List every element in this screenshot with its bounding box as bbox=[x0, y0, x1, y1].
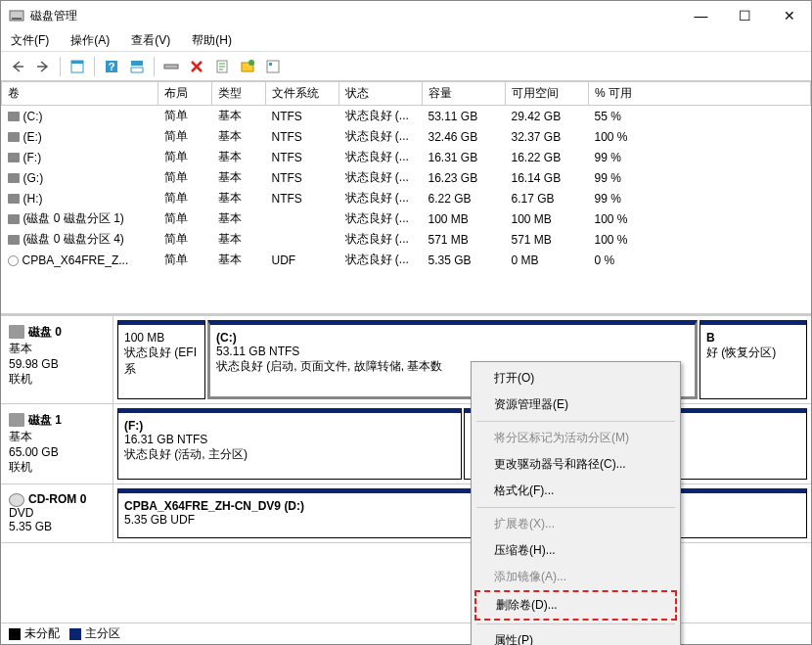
table-row[interactable]: (G:)简单基本NTFS状态良好 (...16.23 GB16.14 GB99 … bbox=[2, 167, 811, 188]
col-percent[interactable]: % 可用 bbox=[589, 82, 811, 106]
svg-rect-12 bbox=[267, 61, 279, 72]
menubar: 文件(F) 操作(A) 查看(V) 帮助(H) bbox=[1, 30, 811, 52]
forward-button[interactable] bbox=[32, 56, 54, 77]
disk-row[interactable]: 磁盘 1 基本 65.00 GB 联机 (F:) 16.31 GB NTFS 状… bbox=[1, 404, 811, 484]
col-fs[interactable]: 文件系统 bbox=[266, 82, 339, 106]
ctx-mark-active: 将分区标记为活动分区(M) bbox=[474, 425, 677, 451]
settings-button[interactable] bbox=[262, 56, 284, 77]
ctx-extend: 扩展卷(X)... bbox=[474, 511, 677, 537]
disk-icon bbox=[9, 413, 24, 427]
menu-action[interactable]: 操作(A) bbox=[67, 30, 113, 51]
ctx-delete-volume[interactable]: 删除卷(D)... bbox=[474, 590, 677, 621]
help-button[interactable]: ? bbox=[101, 56, 122, 77]
col-free[interactable]: 可用空间 bbox=[506, 82, 589, 106]
col-capacity[interactable]: 容量 bbox=[423, 82, 506, 106]
close-button[interactable]: ✕ bbox=[767, 1, 811, 30]
partition[interactable]: 100 MB 状态良好 (EFI 系 bbox=[117, 320, 205, 399]
partition[interactable]: CPBA_X64FRE_ZH-CN_DV9 (D:) 5.35 GB UDF bbox=[117, 488, 807, 538]
toolbar: ? bbox=[1, 52, 811, 81]
table-row[interactable]: (E:)简单基本NTFS状态良好 (...32.46 GB32.37 GB100… bbox=[2, 126, 811, 147]
properties-button[interactable] bbox=[211, 56, 233, 77]
table-row[interactable]: (C:)简单基本NTFS状态良好 (...53.11 GB29.42 GB55 … bbox=[2, 106, 811, 127]
svg-rect-3 bbox=[71, 61, 83, 64]
titlebar: 磁盘管理 — ☐ ✕ bbox=[1, 1, 811, 30]
cdrom-icon bbox=[9, 493, 24, 507]
table-row[interactable]: (F:)简单基本NTFS状态良好 (...16.31 GB16.22 GB99 … bbox=[2, 147, 811, 167]
ctx-shrink[interactable]: 压缩卷(H)... bbox=[474, 537, 677, 564]
maximize-button[interactable]: ☐ bbox=[723, 1, 767, 30]
col-type[interactable]: 类型 bbox=[212, 82, 266, 106]
partition[interactable]: (F:) 16.31 GB NTFS 状态良好 (活动, 主分区) bbox=[117, 408, 462, 480]
window-title: 磁盘管理 bbox=[30, 8, 679, 24]
partition[interactable]: B 好 (恢复分区) bbox=[699, 320, 807, 399]
app-icon bbox=[9, 8, 24, 23]
context-menu: 打开(O) 资源管理器(E) 将分区标记为活动分区(M) 更改驱动器号和路径(C… bbox=[471, 361, 681, 645]
svg-rect-13 bbox=[269, 63, 272, 66]
delete-button[interactable] bbox=[186, 56, 207, 77]
ctx-mirror: 添加镜像(A)... bbox=[474, 564, 677, 590]
minimize-button[interactable]: — bbox=[679, 1, 723, 30]
ctx-properties[interactable]: 属性(P) bbox=[474, 627, 677, 645]
table-row[interactable]: (磁盘 0 磁盘分区 1)简单基本状态良好 (...100 MB100 MB10… bbox=[2, 208, 811, 229]
ctx-open[interactable]: 打开(O) bbox=[474, 365, 677, 392]
svg-rect-1 bbox=[12, 18, 22, 20]
svg-text:?: ? bbox=[109, 61, 115, 72]
disk-row[interactable]: CD-ROM 0 DVD 5.35 GB CPBA_X64FRE_ZH-CN_D… bbox=[1, 484, 811, 543]
refresh-button[interactable] bbox=[160, 56, 182, 77]
col-layout[interactable]: 布局 bbox=[158, 82, 212, 106]
disk-name: CD-ROM 0 bbox=[28, 492, 105, 506]
col-volume[interactable]: 卷 bbox=[2, 82, 158, 106]
view-large-button[interactable] bbox=[67, 56, 88, 77]
table-row[interactable]: (H:)简单基本NTFS状态良好 (...6.22 GB6.17 GB99 % bbox=[2, 188, 811, 208]
svg-rect-6 bbox=[131, 61, 143, 66]
table-row[interactable]: CPBA_X64FRE_Z...简单基本UDF状态良好 (...5.35 GB0… bbox=[2, 250, 811, 270]
ctx-change-drive[interactable]: 更改驱动器号和路径(C)... bbox=[474, 451, 677, 478]
menu-help[interactable]: 帮助(H) bbox=[188, 30, 236, 51]
ctx-format[interactable]: 格式化(F)... bbox=[474, 478, 677, 504]
disk-icon bbox=[9, 325, 24, 339]
disk-graph-pane[interactable]: 磁盘 0 基本 59.98 GB 联机 100 MB 状态良好 (EFI 系 (… bbox=[1, 316, 811, 622]
view-top-button[interactable] bbox=[126, 56, 148, 77]
disk-name: 磁盘 0 bbox=[28, 324, 105, 341]
svg-point-11 bbox=[248, 60, 254, 66]
col-status[interactable]: 状态 bbox=[339, 82, 423, 106]
ctx-explorer[interactable]: 资源管理器(E) bbox=[474, 392, 677, 418]
legend: 未分配 主分区 bbox=[1, 622, 811, 644]
menu-view[interactable]: 查看(V) bbox=[127, 30, 174, 51]
volume-table-pane[interactable]: 卷 布局 类型 文件系统 状态 容量 可用空间 % 可用 (C:)简单基本NTF… bbox=[1, 81, 811, 316]
new-button[interactable] bbox=[237, 56, 258, 77]
back-button[interactable] bbox=[7, 56, 28, 77]
menu-file[interactable]: 文件(F) bbox=[7, 30, 53, 51]
table-row[interactable]: (磁盘 0 磁盘分区 4)简单基本状态良好 (...571 MB571 MB10… bbox=[2, 229, 811, 250]
disk-row[interactable]: 磁盘 0 基本 59.98 GB 联机 100 MB 状态良好 (EFI 系 (… bbox=[1, 316, 811, 404]
svg-rect-7 bbox=[131, 68, 143, 72]
svg-rect-8 bbox=[164, 65, 178, 69]
disk-name: 磁盘 1 bbox=[28, 412, 105, 429]
